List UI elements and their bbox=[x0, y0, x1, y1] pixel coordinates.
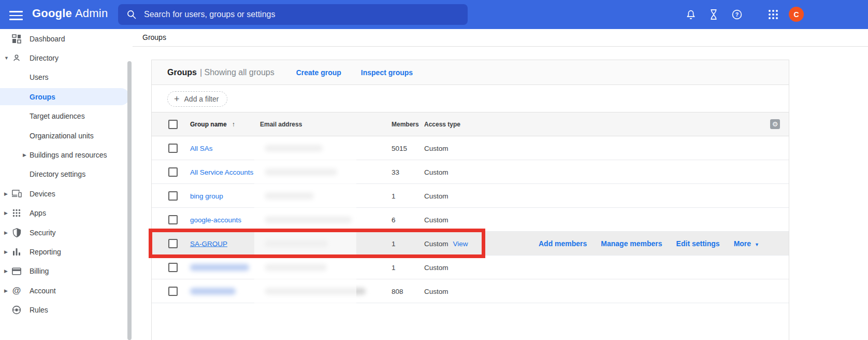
table-row[interactable]: google-accounts 6 Custom bbox=[152, 208, 789, 232]
sidebar-item-target-audiences[interactable]: Target audiences bbox=[0, 107, 133, 126]
access-type: Custom bbox=[424, 144, 449, 152]
access-type: Custom bbox=[424, 168, 449, 176]
sidebar-item-billing[interactable]: ▶ Billing bbox=[0, 262, 133, 281]
table-row-highlighted[interactable]: SA-GROUP 1 CustomView Add members Manage… bbox=[152, 232, 789, 256]
column-header-group-name[interactable]: Group name↑ bbox=[190, 121, 235, 128]
access-type: CustomView bbox=[424, 239, 468, 247]
blurred-email bbox=[265, 168, 337, 175]
column-header-access-type[interactable]: Access type bbox=[424, 121, 460, 128]
sidebar-item-reporting[interactable]: ▶ Reporting bbox=[0, 242, 133, 261]
column-header-members[interactable]: Members bbox=[392, 121, 419, 128]
group-name-link[interactable]: bing group bbox=[190, 192, 223, 200]
navigation-sidebar: Dashboard ▼ Directory Users Groups Targe… bbox=[0, 29, 133, 340]
row-checkbox[interactable] bbox=[168, 144, 178, 153]
manage-columns-gear-icon[interactable]: ⚙ bbox=[770, 119, 780, 129]
brand-admin: Admin bbox=[75, 7, 108, 20]
members-count: 1 bbox=[392, 192, 396, 200]
blurred-email bbox=[265, 216, 352, 223]
add-members-button[interactable]: Add members bbox=[539, 239, 587, 248]
access-type: Custom bbox=[424, 287, 449, 295]
sidebar-item-directory-settings[interactable]: Directory settings bbox=[0, 165, 133, 184]
table-row[interactable]: 1 Custom bbox=[152, 256, 789, 279]
select-all-checkbox[interactable] bbox=[168, 120, 178, 129]
help-icon[interactable]: ? bbox=[730, 7, 744, 22]
table-row[interactable]: bing group 1 Custom bbox=[152, 184, 789, 208]
blurred-email bbox=[265, 240, 328, 247]
view-access-link[interactable]: View bbox=[453, 239, 468, 247]
helm-icon bbox=[11, 305, 22, 315]
sidebar-label: Target audiences bbox=[30, 112, 85, 120]
top-app-bar: GoogleAdmin ? C bbox=[0, 0, 868, 29]
chevron-right-icon[interactable]: ▶ bbox=[4, 288, 8, 293]
sidebar-item-buildings-and-resources[interactable]: ▶ Buildings and resources bbox=[0, 145, 133, 164]
chevron-right-icon[interactable]: ▶ bbox=[4, 268, 8, 274]
row-checkbox[interactable] bbox=[168, 263, 178, 272]
group-name-link[interactable]: google-accounts bbox=[190, 216, 241, 223]
sort-ascending-icon[interactable]: ↑ bbox=[232, 121, 235, 128]
sidebar-item-rules[interactable]: Rules bbox=[0, 300, 133, 319]
main-content: Groups Groups | Showing all groups Creat… bbox=[133, 29, 868, 340]
add-filter-button[interactable]: + Add a filter bbox=[167, 91, 227, 107]
members-count: 1 bbox=[392, 263, 396, 271]
column-header-email[interactable]: Email address bbox=[260, 121, 302, 128]
sidebar-item-organizational-units[interactable]: Organizational units bbox=[0, 126, 133, 145]
apps-launcher-icon[interactable] bbox=[766, 7, 780, 22]
sidebar-item-dashboard[interactable]: Dashboard bbox=[0, 29, 133, 48]
table-header: Group name↑ Email address Members Access… bbox=[152, 112, 789, 136]
create-group-button[interactable]: Create group bbox=[296, 68, 341, 77]
sidebar-item-account[interactable]: ▶ @ Account bbox=[0, 281, 133, 300]
pending-tasks-hourglass-icon[interactable] bbox=[706, 7, 721, 22]
chevron-right-icon[interactable]: ▶ bbox=[4, 210, 8, 216]
at-sign-icon: @ bbox=[11, 286, 22, 296]
row-checkbox[interactable] bbox=[168, 215, 178, 224]
shield-icon bbox=[11, 228, 22, 238]
edit-settings-button[interactable]: Edit settings bbox=[676, 239, 720, 248]
row-actions: Add members Manage members Edit settings… bbox=[539, 239, 759, 248]
sidebar-label: Account bbox=[30, 287, 56, 295]
search-input[interactable] bbox=[144, 10, 434, 19]
blurred-email bbox=[265, 264, 327, 271]
table-row[interactable]: All Service Accounts 33 Custom bbox=[152, 160, 789, 184]
chevron-right-icon[interactable]: ▶ bbox=[23, 152, 26, 158]
chevron-right-icon[interactable]: ▶ bbox=[4, 191, 8, 196]
breadcrumb: Groups bbox=[142, 33, 166, 41]
sidebar-item-users[interactable]: Users bbox=[0, 68, 133, 87]
row-checkbox[interactable] bbox=[168, 287, 178, 296]
sidebar-item-security[interactable]: ▶ Security bbox=[0, 223, 133, 242]
sidebar-item-devices[interactable]: ▶ Devices bbox=[0, 184, 133, 203]
avatar-letter: C bbox=[793, 10, 799, 19]
group-name-link[interactable]: All SAs bbox=[190, 144, 213, 152]
credit-card-icon bbox=[11, 266, 22, 276]
row-checkbox[interactable] bbox=[168, 239, 178, 248]
inspect-groups-button[interactable]: Inspect groups bbox=[361, 68, 413, 77]
sidebar-item-directory[interactable]: ▼ Directory bbox=[0, 48, 133, 67]
sidebar-item-apps[interactable]: ▶ Apps bbox=[0, 204, 133, 223]
groups-card: Groups | Showing all groups Create group… bbox=[151, 60, 789, 340]
members-count: 1 bbox=[392, 239, 396, 247]
row-checkbox[interactable] bbox=[168, 167, 178, 177]
page-subtitle: | Showing all groups bbox=[200, 68, 274, 77]
account-avatar[interactable]: C bbox=[789, 7, 804, 22]
group-name-link[interactable]: All Service Accounts bbox=[190, 168, 253, 176]
chevron-right-icon[interactable]: ▶ bbox=[4, 230, 8, 235]
table-row[interactable]: 808 Custom bbox=[152, 279, 789, 303]
table-row[interactable]: All SAs 5015 Custom bbox=[152, 136, 789, 160]
chevron-right-icon[interactable]: ▶ bbox=[4, 249, 8, 254]
chevron-down-icon[interactable]: ▼ bbox=[4, 55, 9, 61]
sidebar-item-groups[interactable]: Groups bbox=[0, 87, 133, 106]
more-actions-button[interactable]: More▼ bbox=[734, 239, 759, 248]
row-checkbox[interactable] bbox=[168, 191, 178, 201]
chevron-down-icon: ▼ bbox=[755, 242, 759, 247]
global-search[interactable] bbox=[118, 4, 468, 25]
sidebar-scrollbar[interactable] bbox=[127, 61, 132, 340]
group-name-link[interactable]: SA-GROUP bbox=[190, 239, 227, 247]
menu-icon[interactable] bbox=[9, 8, 23, 21]
members-count: 5015 bbox=[392, 144, 407, 152]
blurred-group-name bbox=[190, 264, 249, 271]
breadcrumb-bar: Groups bbox=[133, 29, 868, 47]
manage-members-button[interactable]: Manage members bbox=[601, 239, 662, 248]
notifications-bell-icon[interactable] bbox=[684, 7, 698, 22]
apps-grid-icon bbox=[11, 208, 22, 218]
dashboard-icon bbox=[11, 34, 22, 44]
groups-table-body: All SAs 5015 Custom All Service Accounts… bbox=[152, 136, 789, 303]
